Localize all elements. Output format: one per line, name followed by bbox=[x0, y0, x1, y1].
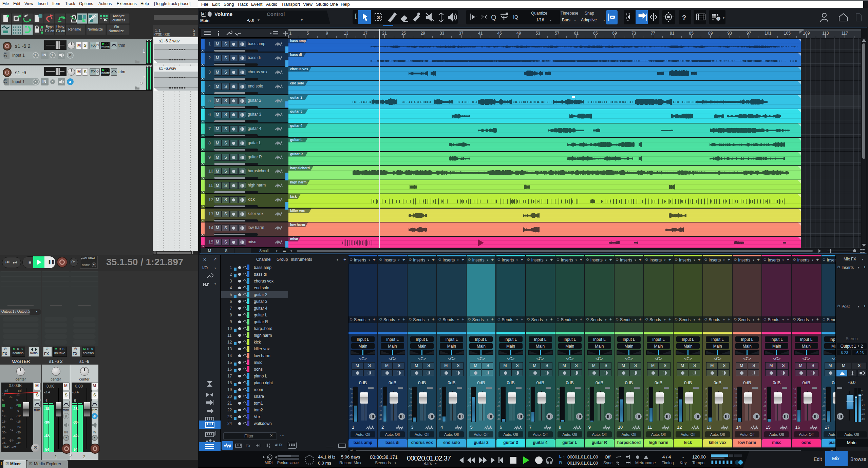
svg-text:Unby: Unby bbox=[56, 25, 64, 29]
svg-text:Q: Q bbox=[491, 14, 496, 21]
svg-text:FX on: FX on bbox=[56, 29, 65, 33]
svg-text:+: + bbox=[717, 17, 719, 21]
svg-text:FX on: FX on bbox=[45, 29, 54, 33]
svg-text:Bypa: Bypa bbox=[46, 25, 54, 29]
svg-text:?: ? bbox=[682, 14, 686, 21]
svg-text:Normalize: Normalize bbox=[109, 29, 124, 33]
svg-text:i: i bbox=[40, 15, 40, 18]
svg-text:Normalize: Normalize bbox=[88, 27, 103, 31]
svg-text:✕: ✕ bbox=[377, 15, 380, 20]
svg-text:▾: ▾ bbox=[723, 16, 724, 20]
svg-text:Rename: Rename bbox=[68, 27, 81, 31]
svg-text:loudness: loudness bbox=[112, 18, 125, 22]
svg-text:Analyze: Analyze bbox=[113, 14, 125, 18]
svg-text:FX: FX bbox=[246, 444, 251, 448]
svg-text:Sin.: Sin. bbox=[114, 25, 120, 29]
